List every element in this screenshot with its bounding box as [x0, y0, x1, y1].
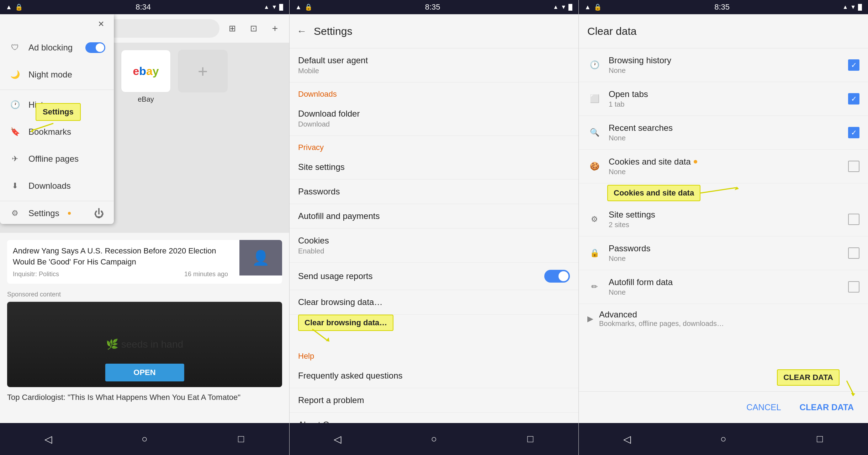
recent-searches-icon: 🔍 — [587, 125, 602, 140]
settings-item-passwords[interactable]: Passwords — [290, 180, 578, 204]
passwords-checkbox[interactable] — [848, 247, 859, 259]
open-tabs-checkbox[interactable]: ✓ — [848, 93, 859, 105]
home-button-2[interactable]: ○ — [423, 428, 445, 450]
article-title-2: Top Cardiologist: "This Is What Happens … — [7, 393, 282, 402]
clear-data-btn-tooltip-row: CLEAR DATA — [579, 364, 868, 391]
recent-searches-checkbox[interactable]: ✓ — [848, 127, 859, 138]
ad-blocking-icon: 🛡 — [9, 41, 21, 54]
news-section: Andrew Yang Says A U.S. Recession Before… — [0, 233, 289, 423]
nav-bar-2: ◁ ○ □ — [290, 423, 578, 455]
tabs-button[interactable]: ⊡ — [245, 20, 262, 37]
clear-data-header: Clear data — [579, 14, 868, 48]
speed-dial-add[interactable]: + — [178, 50, 228, 226]
power-icon[interactable]: ⏻ — [92, 207, 105, 220]
back-arrow-settings[interactable]: ← — [297, 26, 307, 37]
menu-item-night-mode[interactable]: 🌙 Night mode — [0, 61, 114, 88]
data-item-open-tabs[interactable]: ⬜ Open tabs 1 tab ✓ — [579, 82, 868, 116]
recents-button-2[interactable]: □ — [520, 428, 541, 450]
article-card-1[interactable]: Andrew Yang Says A U.S. Recession Before… — [7, 240, 282, 284]
cancel-button[interactable]: CANCEL — [741, 399, 787, 416]
settings-item-site-settings[interactable]: Site settings — [290, 155, 578, 180]
home-button-1[interactable]: ○ — [134, 428, 155, 450]
offline-pages-icon: ✈ — [9, 152, 21, 165]
signal-icon-3: ▲ — [842, 4, 848, 10]
settings-item-autofill[interactable]: Autofill and payments — [290, 204, 578, 229]
settings-item-usage-reports[interactable]: Send usage reports — [290, 263, 578, 290]
night-mode-icon: 🌙 — [9, 68, 21, 81]
menu-item-bookmarks[interactable]: 🔖 Bookmarks — [0, 118, 114, 145]
sponsored-banner[interactable]: 🌿 seeds in hand OPEN — [7, 302, 282, 387]
advanced-text-block: Advanced Bookmarks, offline pages, downl… — [599, 310, 724, 328]
autofill-data-text: Autofill form data None — [609, 277, 841, 296]
cookies-title: Cookies — [298, 236, 570, 246]
cookies-site-title: Cookies and site data — [609, 157, 691, 167]
autofill-checkbox[interactable] — [848, 281, 859, 293]
status-left-2: ▲ 🔒 — [295, 3, 312, 11]
ebay-label: eBay — [138, 95, 154, 103]
data-item-recent-searches[interactable]: 🔍 Recent searches None ✓ — [579, 116, 868, 150]
advanced-sub-label: Bookmarks, offline pages, downloads… — [599, 320, 724, 328]
settings-section-privacy: Privacy — [290, 136, 578, 155]
wifi-icon-3: ▼ — [850, 4, 856, 10]
clear-data-button[interactable]: CLEAR DATA — [794, 399, 859, 416]
advanced-row[interactable]: ▶ Advanced Bookmarks, offline pages, dow… — [579, 304, 868, 333]
site-settings-data-icon: ⚙ — [587, 212, 602, 226]
settings-title: Settings — [314, 25, 352, 37]
advanced-label: Advanced — [599, 310, 724, 320]
wifi-icon-1: ▼ — [271, 4, 277, 10]
menu-item-offline-pages[interactable]: ✈ Offline pages — [0, 145, 114, 172]
settings-item-download-folder[interactable]: Download folder Download — [290, 102, 578, 136]
cookies-tooltip-box: Cookies and site data — [607, 185, 700, 201]
back-button-1[interactable]: ◁ — [38, 428, 59, 450]
open-button[interactable]: OPEN — [105, 364, 184, 381]
data-item-site-settings[interactable]: ⚙ Site settings 2 sites — [579, 203, 868, 236]
back-button-3[interactable]: ◁ — [616, 428, 638, 450]
menu-item-downloads[interactable]: ⬇ Downloads — [0, 172, 114, 199]
site-settings-data-sub: 2 sites — [609, 221, 841, 229]
menu-item-settings[interactable]: ⚙ Settings — [9, 207, 71, 220]
settings-item-cookies[interactable]: Cookies Enabled — [290, 229, 578, 263]
cookies-arrow — [700, 186, 750, 200]
data-item-cookies[interactable]: 🍪 Cookies and site data None — [579, 150, 868, 183]
status-bar-1: ▲ 🔒 8:34 ▲ ▼ ▉ — [0, 0, 289, 14]
passwords-data-sub: None — [609, 255, 841, 263]
ad-blocking-toggle[interactable] — [85, 42, 105, 53]
clear-data-title: Clear data — [587, 25, 636, 37]
status-time-2: 8:35 — [425, 2, 440, 12]
data-item-autofill[interactable]: ✏ Autofill form data None — [579, 270, 868, 304]
usage-reports-toggle[interactable] — [544, 270, 570, 283]
about-opera-title: About Opera — [298, 420, 570, 423]
status-icons-3: ▲ ▼ ▉ — [842, 4, 862, 11]
recents-button-1[interactable]: □ — [231, 428, 252, 450]
settings-item-report-problem[interactable]: Report a problem — [290, 388, 578, 413]
menu-close-button[interactable]: ✕ — [94, 17, 108, 31]
qr-scan-button[interactable]: ⊞ — [224, 20, 241, 37]
speed-dial-ebay[interactable]: ebay eBay — [121, 50, 171, 226]
recent-searches-sub: None — [609, 134, 841, 142]
add-tab-button[interactable]: + — [266, 20, 284, 37]
home-button-3[interactable]: ○ — [713, 428, 734, 450]
browsing-history-icon: 🕐 — [587, 58, 602, 72]
article-source-1: Inquisitr: Politics — [13, 271, 59, 278]
settings-item-default-agent[interactable]: Default user agent Mobile — [290, 48, 578, 82]
menu-item-ad-blocking[interactable]: 🛡 Ad blocking — [0, 34, 114, 61]
cookies-checkbox[interactable] — [848, 161, 859, 172]
site-settings-checkbox[interactable] — [848, 214, 859, 225]
wifi-icon-2: ▼ — [561, 4, 566, 10]
panel-browser: ▲ 🔒 8:34 ▲ ▼ ▉ O 8:34 ⊞ ⊡ + 📷 Instagram … — [0, 0, 289, 455]
data-item-browsing-history[interactable]: 🕐 Browsing history None ✓ — [579, 48, 868, 82]
status-left: ▲ 🔒 — [6, 3, 23, 11]
recents-button-3[interactable]: □ — [809, 428, 831, 450]
settings-item-clear-data[interactable]: Clear browsing data… — [290, 290, 578, 315]
settings-item-faq[interactable]: Frequently asked questions — [290, 364, 578, 388]
data-item-passwords[interactable]: 🔒 Passwords None — [579, 236, 868, 270]
faq-title: Frequently asked questions — [298, 371, 570, 381]
autofill-title: Autofill and payments — [298, 211, 570, 221]
back-button-2[interactable]: ◁ — [327, 428, 348, 450]
clear-tooltip-wrapper: Clear browsing data… — [298, 315, 570, 342]
settings-item-about-opera[interactable]: About Opera — [290, 413, 578, 423]
default-agent-sub: Mobile — [298, 67, 570, 75]
cookies-title-row: Cookies and site data — [609, 157, 841, 167]
browsing-history-checkbox[interactable]: ✓ — [848, 59, 859, 71]
site-settings-title: Site settings — [298, 162, 570, 172]
